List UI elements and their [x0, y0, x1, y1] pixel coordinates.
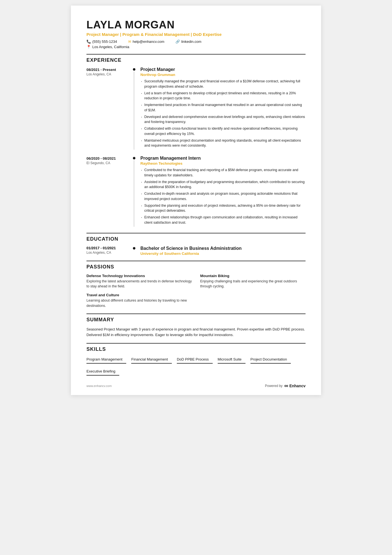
- email-icon: ✉: [128, 40, 131, 44]
- education-item-1: 01/2017 - 01/2021 Los Angeles, CA Bachel…: [86, 246, 306, 256]
- exp-bullets-1: Successfully managed the program and fin…: [140, 79, 306, 148]
- bullet-2-3: Supported the planning and execution of …: [140, 203, 306, 214]
- location-icon: 📍: [86, 45, 91, 49]
- skills-divider: [86, 343, 306, 344]
- exp-dot-1: [133, 68, 135, 71]
- bullet-2-2: Conducted in-depth research and analysis…: [140, 191, 306, 202]
- experience-divider: [86, 54, 306, 55]
- exp-company-2: Raytheon Technologies: [140, 161, 306, 166]
- skill-1: Program Management: [86, 356, 126, 364]
- experience-item-1: 08/2021 - Present Los Angeles, CA Projec…: [86, 67, 306, 150]
- experience-section-title: EXPERIENCE: [86, 57, 306, 63]
- exp-right-1: Project Manager Northrop Grumman Success…: [137, 67, 306, 150]
- footer-website: www.enhancv.com: [86, 384, 112, 388]
- edu-dot-col-1: [131, 246, 137, 256]
- exp-dot-2: [133, 157, 135, 159]
- passion-item-1: Defense Technology Innovations Exploring…: [86, 274, 192, 289]
- passion-desc-2: Enjoying challenging trails and experien…: [200, 279, 306, 289]
- passion-title-2: Mountain Biking: [200, 274, 306, 278]
- summary-text: Seasoned Project Manager with 3 years of…: [86, 327, 306, 338]
- passion-title-3: Travel and Culture: [86, 293, 192, 297]
- exp-left-1: 08/2021 - Present Los Angeles, CA: [86, 67, 131, 150]
- exp-dot-col-2: [131, 156, 137, 227]
- exp-loc-1: Los Angeles, CA: [86, 72, 131, 76]
- education-section-title: EDUCATION: [86, 236, 306, 242]
- edu-school-1: University of Southern California: [140, 251, 306, 256]
- exp-left-2: 06/2020 - 08/2021 El Segundo, CA: [86, 156, 131, 227]
- exp-dot-col-1: [131, 67, 137, 150]
- bullet-1-5: Maintained meticulous project documentat…: [140, 138, 306, 149]
- footer-brand: Powered by ∞ Enhancv: [265, 383, 306, 389]
- skill-2: Financial Management: [131, 356, 172, 364]
- bullet-1-2: Implemented best practices in financial …: [140, 102, 306, 113]
- passions-grid: Defense Technology Innovations Exploring…: [86, 274, 306, 309]
- bullet-1-0: Successfully managed the program and fin…: [140, 79, 306, 89]
- candidate-name: LAYLA MORGAN: [86, 19, 306, 31]
- email-contact: ✉ help@enhancv.com: [128, 40, 164, 44]
- resume-page: LAYLA MORGAN Project Manager | Program &…: [71, 6, 321, 395]
- edu-dot-1: [133, 247, 135, 250]
- exp-company-1: Northrop Grumman: [140, 73, 306, 77]
- phone-contact: 📞 (555) 555-1234: [86, 40, 117, 44]
- bullet-2-4: Enhanced client relationships through op…: [140, 215, 306, 225]
- skill-5: Project Documentation: [250, 356, 291, 364]
- passion-desc-1: Exploring the latest advancements and tr…: [86, 279, 192, 289]
- passion-item-2: Mountain Biking Enjoying challenging tra…: [200, 274, 306, 289]
- edu-left-1: 01/2017 - 01/2021 Los Angeles, CA: [86, 246, 131, 256]
- exp-line-1: [134, 71, 134, 150]
- powered-by-label: Powered by: [265, 384, 282, 388]
- phone-icon: 📞: [86, 40, 91, 44]
- exp-role-2: Program Management Intern: [140, 156, 306, 161]
- passion-desc-3: Learning about different cultures and hi…: [86, 298, 192, 309]
- exp-loc-2: El Segundo, CA: [86, 161, 131, 165]
- edu-loc-1: Los Angeles, CA: [86, 251, 131, 255]
- skill-4: Microsoft Suite: [218, 356, 245, 364]
- exp-line-2: [134, 160, 134, 227]
- exp-bullets-2: Contributed to the financial tracking an…: [140, 167, 306, 225]
- exp-role-1: Project Manager: [140, 67, 306, 72]
- education-divider: [86, 233, 306, 233]
- skill-3: DoD PPBE Process: [177, 356, 213, 364]
- bullet-2-1: Assisted in the preparation of budgetary…: [140, 179, 306, 190]
- skills-section-title: SKILLS: [86, 346, 306, 352]
- summary-section-title: SUMMARY: [86, 317, 306, 323]
- skills-row: Program Management Financial Management …: [86, 356, 306, 378]
- bullet-1-1: Led a team of five engineers to develop …: [140, 91, 306, 101]
- bullet-1-4: Collaborated with cross-functional teams…: [140, 126, 306, 137]
- exp-date-2: 06/2020 - 08/2021: [86, 156, 131, 161]
- edu-right-1: Bachelor of Science in Business Administ…: [137, 246, 306, 256]
- contact-row: 📞 (555) 555-1234 ✉ help@enhancv.com 🔗 li…: [86, 40, 306, 44]
- linkedin-contact: 🔗 linkedin.com: [175, 40, 201, 44]
- edu-date-1: 01/2017 - 01/2021: [86, 246, 131, 250]
- brand-name: Enhancv: [289, 384, 306, 388]
- experience-item-2: 06/2020 - 08/2021 El Segundo, CA Program…: [86, 156, 306, 227]
- passions-divider: [86, 261, 306, 261]
- summary-divider: [86, 314, 306, 314]
- passion-item-3: Travel and Culture Learning about differ…: [86, 293, 192, 309]
- location-row: 📍 Los Angeles, California: [86, 45, 306, 49]
- bullet-1-3: Developed and delivered comprehensive ex…: [140, 114, 306, 125]
- bullet-2-0: Contributed to the financial tracking an…: [140, 167, 306, 178]
- passion-title-1: Defense Technology Innovations: [86, 274, 192, 278]
- link-icon: 🔗: [175, 40, 180, 44]
- passions-section-title: PASSIONS: [86, 264, 306, 270]
- skill-6: Executive Briefing: [86, 368, 119, 376]
- candidate-title: Project Manager | Program & Financial Ma…: [86, 32, 306, 37]
- edu-degree-1: Bachelor of Science in Business Administ…: [140, 246, 306, 251]
- header: LAYLA MORGAN Project Manager | Program &…: [86, 19, 306, 49]
- exp-date-1: 08/2021 - Present: [86, 68, 131, 72]
- enhancv-logo-icon: ∞: [284, 383, 287, 389]
- exp-right-2: Program Management Intern Raytheon Techn…: [137, 156, 306, 227]
- footer: www.enhancv.com Powered by ∞ Enhancv: [86, 383, 306, 389]
